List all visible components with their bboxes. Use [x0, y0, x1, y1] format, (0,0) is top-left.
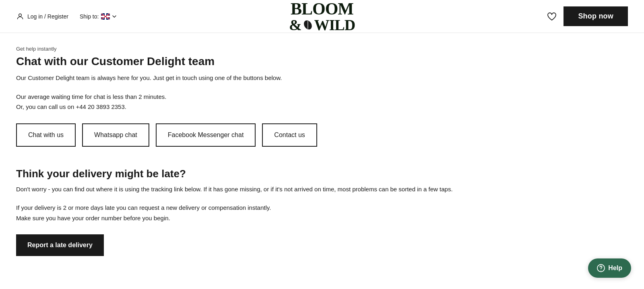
- whatsapp-chat-button[interactable]: Whatsapp chat: [82, 123, 149, 147]
- chat-info: Our average waiting time for chat is les…: [16, 92, 628, 112]
- delivery-info-line1: If your delivery is 2 or more days late …: [16, 204, 271, 211]
- facebook-messenger-button[interactable]: Facebook Messenger chat: [156, 123, 256, 147]
- shop-now-button[interactable]: Shop now: [564, 6, 628, 26]
- header-left: Log in / Register Ship to:: [16, 12, 116, 20]
- contact-us-button[interactable]: Contact us: [262, 123, 317, 147]
- delivery-title: Think your delivery might be late?: [16, 168, 628, 180]
- heart-icon[interactable]: [547, 11, 557, 22]
- delivery-info: If your delivery is 2 or more days late …: [16, 203, 628, 223]
- ship-to[interactable]: Ship to:: [80, 13, 116, 20]
- logo-wild: WILD: [314, 17, 355, 33]
- delivery-desc: Don't worry - you can find out where it …: [16, 185, 628, 194]
- chat-with-us-button[interactable]: Chat with us: [16, 123, 76, 147]
- chat-section-title: Chat with our Customer Delight team: [16, 55, 628, 68]
- delivery-info-line2: Make sure you have your order number bef…: [16, 215, 170, 221]
- logo[interactable]: BLOOM & WILD: [289, 0, 355, 33]
- report-late-delivery-button[interactable]: Report a late delivery: [16, 234, 104, 256]
- ship-label: Ship to:: [80, 13, 99, 20]
- delivery-section: Think your delivery might be late? Don't…: [16, 168, 628, 256]
- logo-ampersand: &: [289, 17, 301, 33]
- logo-line2: & WILD: [289, 17, 355, 33]
- header: Log in / Register Ship to: BLOOM & WILD …: [0, 0, 644, 33]
- user-icon: [16, 12, 24, 20]
- help-float-button[interactable]: Help: [588, 258, 631, 278]
- uk-flag: [101, 13, 110, 20]
- help-label: Help: [608, 264, 622, 272]
- logo-leaf-icon: [302, 19, 314, 31]
- help-circle-icon: [597, 264, 605, 272]
- main-content: Get help instantly Chat with our Custome…: [0, 33, 644, 285]
- get-help-label: Get help instantly: [16, 46, 628, 52]
- login-label: Log in / Register: [27, 13, 68, 20]
- chat-desc: Our Customer Delight team is always here…: [16, 74, 628, 83]
- logo-line1: BLOOM: [289, 0, 355, 17]
- header-right: Shop now: [547, 6, 628, 26]
- chat-info-line2: Or, you can call us on +44 20 3893 2353.: [16, 103, 126, 110]
- svg-point-4: [601, 270, 602, 271]
- login-link[interactable]: Log in / Register: [16, 12, 68, 20]
- svg-point-0: [19, 14, 22, 16]
- chevron-down-icon: [112, 15, 116, 18]
- chat-buttons: Chat with us Whatsapp chat Facebook Mess…: [16, 123, 628, 147]
- chat-info-line1: Our average waiting time for chat is les…: [16, 93, 167, 100]
